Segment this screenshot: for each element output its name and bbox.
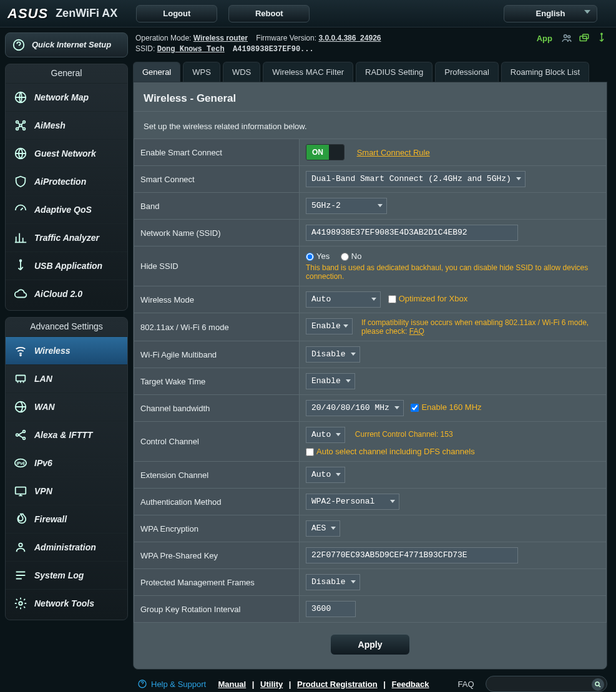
- nodes-icon: [13, 427, 28, 442]
- tab-mac-filter[interactable]: Wireless MAC Filter: [263, 62, 353, 82]
- group-key-label: Group Key Rotation Interval: [134, 596, 300, 623]
- sidebar-item-aimesh[interactable]: AiMesh: [6, 111, 127, 139]
- tab-professional[interactable]: Professional: [435, 62, 499, 82]
- op-mode-link[interactable]: Wireless router: [193, 34, 248, 42]
- ssid-label: Network Name (SSID): [134, 220, 300, 246]
- fw-label: Firmware Version:: [256, 34, 316, 42]
- bandwidth-select[interactable]: 20/40/80/160 MHz: [306, 400, 404, 416]
- tab-wps[interactable]: WPS: [183, 62, 220, 82]
- quick-internet-setup[interactable]: Quick Internet Setup: [5, 32, 128, 57]
- ssid-2: A4198938E37EF90...: [233, 45, 314, 54]
- usb-status-icon[interactable]: [596, 32, 607, 44]
- sidebar-item-network-tools[interactable]: Network Tools: [6, 589, 127, 617]
- enable-160-checkbox[interactable]: [411, 404, 419, 412]
- top-bar: ASUS ZenWiFi AX Logout Reboot English: [0, 0, 616, 27]
- reboot-button[interactable]: Reboot: [228, 5, 310, 22]
- tab-general[interactable]: General: [133, 62, 180, 82]
- radio-no[interactable]: [341, 253, 349, 261]
- sidebar-item-vpn[interactable]: VPN: [6, 477, 127, 505]
- logout-button[interactable]: Logout: [136, 5, 217, 22]
- ext-channel-select[interactable]: Auto: [306, 467, 345, 483]
- select-value: 20/40/80/160 MHz: [311, 403, 389, 412]
- footer-link-utility[interactable]: Utility: [260, 680, 283, 689]
- sidebar-item-aiprotection[interactable]: AiProtection: [6, 167, 127, 195]
- tab-wds[interactable]: WDS: [223, 62, 260, 82]
- dfs-option[interactable]: Auto select channel including DFS channe…: [306, 447, 475, 456]
- sidebar-item-network-map[interactable]: Network Map: [6, 83, 127, 111]
- network-status-icon[interactable]: [579, 32, 590, 44]
- sidebar-item-guest-network[interactable]: Guest Network: [6, 139, 127, 167]
- chevron-down-icon: [584, 10, 590, 14]
- sidebar-item-traffic-analyzer[interactable]: Traffic Analyzer: [6, 223, 127, 251]
- ax-mode-select[interactable]: Enable: [306, 318, 353, 334]
- footer-link-feedback[interactable]: Feedback: [392, 680, 429, 689]
- tab-bar: General WPS WDS Wireless MAC Filter RADI…: [133, 62, 607, 82]
- wpa-encryption-label: WPA Encryption: [134, 515, 300, 542]
- apply-button[interactable]: Apply: [330, 634, 411, 655]
- group-key-input[interactable]: 3600: [306, 601, 356, 617]
- psk-input[interactable]: 22F0770EC93AB5D9CEF4771B93CFD73E: [306, 547, 518, 563]
- control-channel-label: Control Channel: [134, 422, 300, 462]
- hide-ssid-no[interactable]: No: [341, 251, 362, 261]
- footer-link-registration[interactable]: Product Registration: [297, 680, 378, 689]
- ssid-input[interactable]: A4198938E37EF9083E4D3AB2D1C4EB92: [306, 225, 518, 241]
- tab-radius[interactable]: RADIUS Setting: [356, 62, 433, 82]
- svg-text:IPv6: IPv6: [16, 461, 25, 465]
- sidebar-item-label: Administration: [34, 542, 96, 552]
- enable-160-option[interactable]: Enable 160 MHz: [411, 402, 481, 412]
- sidebar-item-label: AiCloud 2.0: [34, 289, 82, 299]
- sidebar-item-system-log[interactable]: System Log: [6, 561, 127, 589]
- sidebar-item-label: Wireless: [34, 346, 70, 356]
- wireless-mode-select[interactable]: Auto: [306, 291, 381, 308]
- pmf-select[interactable]: Disable: [306, 574, 360, 590]
- svg-point-19: [19, 602, 22, 605]
- footer-search[interactable]: [486, 676, 607, 692]
- smart-connect-rule-link[interactable]: Smart Connect Rule: [357, 148, 430, 157]
- sidebar-item-alexa-ifttt[interactable]: Alexa & IFTTT: [6, 421, 127, 449]
- tab-roaming-block[interactable]: Roaming Block List: [501, 62, 589, 82]
- app-link[interactable]: App: [537, 34, 552, 43]
- xbox-checkbox[interactable]: [388, 295, 396, 303]
- sidebar-item-usb-application[interactable]: USB Application: [6, 251, 127, 280]
- current-channel-text: Current Control Channel: 153: [355, 430, 453, 439]
- svg-point-5: [23, 128, 26, 130]
- sidebar-item-lan[interactable]: LAN: [6, 364, 127, 392]
- language-select[interactable]: English: [504, 5, 597, 22]
- chevron-down-icon: [351, 353, 356, 356]
- sidebar-item-adaptive-qos[interactable]: Adaptive QoS: [6, 195, 127, 223]
- sidebar-item-label: VPN: [34, 486, 52, 496]
- twt-select[interactable]: Enable: [306, 373, 355, 389]
- chevron-down-icon: [331, 527, 336, 530]
- smart-connect-toggle[interactable]: ON: [306, 144, 345, 160]
- gauge-icon: [13, 202, 28, 217]
- svg-point-4: [16, 128, 19, 130]
- sidebar-item-aicloud[interactable]: AiCloud 2.0: [6, 280, 127, 308]
- footer-link-manual[interactable]: Manual: [218, 680, 246, 689]
- faq-link[interactable]: FAQ: [409, 327, 424, 336]
- search-icon: [592, 678, 604, 691]
- checkbox-label: Auto select channel including DFS channe…: [316, 447, 475, 456]
- fw-link[interactable]: 3.0.0.4.386_24926: [318, 34, 381, 42]
- sidebar-item-ipv6[interactable]: IPv6IPv6: [6, 449, 127, 477]
- sidebar-item-label: System Log: [34, 570, 84, 580]
- hide-ssid-yes[interactable]: Yes: [306, 251, 330, 261]
- sidebar-item-wireless[interactable]: Wireless: [6, 336, 127, 364]
- users-icon[interactable]: [561, 32, 572, 44]
- brand-logo: ASUS: [7, 6, 48, 22]
- sidebar-item-administration[interactable]: Administration: [6, 533, 127, 561]
- dfs-checkbox[interactable]: [306, 448, 314, 456]
- model-name: ZenWiFi AX: [56, 7, 117, 20]
- sidebar-item-label: Adaptive QoS: [34, 205, 92, 215]
- band-select[interactable]: 5GHz-2: [306, 198, 387, 214]
- auth-method-select[interactable]: WPA2-Personal: [306, 494, 399, 510]
- wpa-encryption-select[interactable]: AES: [306, 520, 340, 537]
- sidebar-item-firewall[interactable]: Firewall: [6, 505, 127, 533]
- radio-yes[interactable]: [306, 253, 314, 261]
- control-channel-select[interactable]: Auto: [306, 427, 345, 443]
- xbox-option[interactable]: Optimized for Xbox: [388, 294, 468, 303]
- sidebar-item-wan[interactable]: WAN: [6, 392, 127, 421]
- agile-select[interactable]: Disable: [306, 346, 360, 363]
- ax-mode-label: 802.11ax / Wi-Fi 6 mode: [134, 313, 300, 341]
- smart-connect-select[interactable]: Dual-Band Smart Connect (2.4GHz and 5GHz…: [306, 171, 526, 187]
- usb-icon: [13, 258, 28, 273]
